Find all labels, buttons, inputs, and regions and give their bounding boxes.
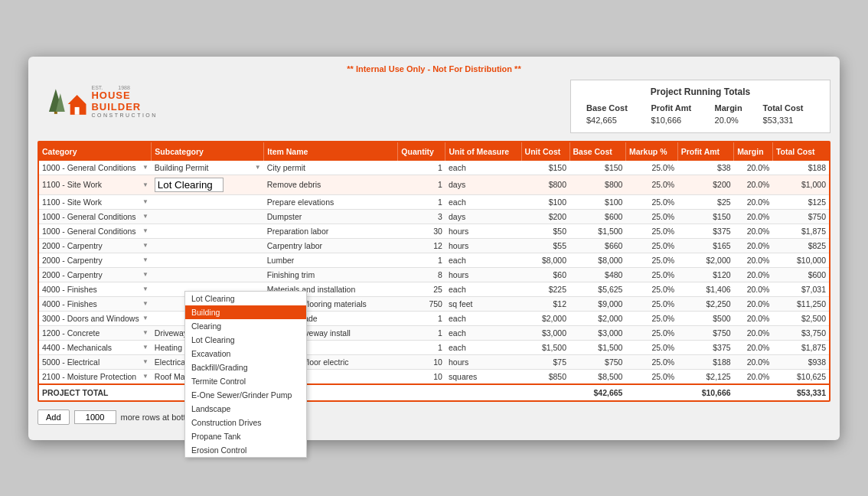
cell-base-cost: $5,625 (569, 282, 625, 296)
dropdown-arrow-icon[interactable]: ▼ (142, 315, 148, 321)
dropdown-arrow-icon[interactable]: ▼ (142, 300, 148, 307)
dropdown-item-landscape[interactable]: Landscape (185, 402, 306, 416)
table-row: 1200 - Concrete ▼ Driveway Labor/Materia… (39, 325, 829, 340)
dropdown-arrow-icon[interactable]: ▼ (255, 164, 261, 171)
th-total: Total Cost (772, 142, 829, 161)
cell-item: Lumber (264, 253, 398, 267)
cell-total: $188 (772, 161, 829, 175)
dropdown-item-lot-clearing[interactable]: Lot Clearing (185, 292, 306, 305)
dropdown-item-building[interactable]: Building (185, 305, 306, 319)
th-category: Category (39, 142, 152, 161)
cell-qty: 1 (398, 161, 445, 175)
cell-qty: 8 (398, 267, 445, 282)
dropdown-item-eone[interactable]: E-One Sewer/Grinder Pump (185, 388, 306, 402)
cell-profit: $2,000 (677, 253, 733, 267)
cell-total: $3,750 (772, 325, 829, 340)
cell-unit-cost: $800 (521, 175, 569, 194)
cell-uom: each (445, 161, 521, 175)
cell-subcategory: Building Permit ▼ (152, 161, 264, 175)
cell-uom: each (445, 340, 521, 354)
dropdown-arrow-icon[interactable]: ▼ (142, 198, 148, 205)
cell-unit-cost: $75 (521, 354, 569, 369)
cell-total: $938 (772, 354, 829, 369)
dropdown-arrow-icon[interactable]: ▼ (142, 181, 148, 188)
cell-category: 2100 - Moisture Protection ▼ (39, 369, 152, 384)
cell-total: $600 (772, 267, 829, 282)
main-table: Category Subcategory Item Name Quantity … (39, 142, 829, 400)
th-subcategory: Subcategory (152, 142, 264, 161)
table-row: 1000 - General Conditions ▼ Dumpster 3 d… (39, 209, 829, 224)
dropdown-item-termite[interactable]: Termite Control (185, 374, 306, 388)
cell-item: Remove debris (264, 175, 398, 194)
dropdown-arrow-icon[interactable]: ▼ (142, 227, 148, 234)
dropdown-arrow-icon[interactable]: ▼ (142, 213, 148, 220)
dropdown-item-propane[interactable]: Propane Tank (185, 429, 306, 443)
cell-qty: 30 (398, 224, 445, 238)
footer-label: PROJECT TOTAL (39, 384, 152, 400)
cell-item: Dumpster (264, 209, 398, 224)
dropdown-arrow-icon[interactable]: ▼ (142, 256, 148, 263)
cell-markup: 25.0% (625, 340, 677, 354)
cell-profit: $120 (677, 267, 733, 282)
dropdown-arrow-icon[interactable]: ▼ (142, 344, 148, 351)
footer-empty-uom (445, 384, 521, 400)
main-window: ** Internal Use Only - Not For Distribut… (28, 57, 840, 440)
main-table-container: Category Subcategory Item Name Quantity … (38, 141, 830, 402)
cell-qty: 750 (398, 296, 445, 311)
cell-total: $1,000 (772, 175, 829, 194)
cell-total: $10,000 (772, 253, 829, 267)
cell-qty: 25 (398, 282, 445, 296)
subcategory-dropdown[interactable]: Lot Clearing Building Clearing Lot Clear… (184, 291, 307, 458)
cell-uom: hours (445, 238, 521, 253)
cell-margin: 20.0% (734, 282, 773, 296)
dropdown-arrow-icon[interactable]: ▼ (142, 242, 148, 249)
internal-banner: ** Internal Use Only - Not For Distribut… (38, 64, 830, 73)
cell-markup: 25.0% (625, 369, 677, 384)
footer-empty-markup (625, 384, 677, 400)
dropdown-arrow-icon[interactable]: ▼ (142, 373, 148, 380)
cell-margin: 20.0% (734, 161, 773, 175)
dropdown-item-backfill[interactable]: Backfill/Grading (185, 361, 306, 374)
cell-subcategory-input[interactable] (152, 175, 264, 194)
cell-subcategory (152, 209, 264, 224)
dropdown-item-construction[interactable]: Construction Drives (185, 416, 306, 429)
cell-subcategory (152, 224, 264, 238)
subcategory-input[interactable] (155, 178, 224, 192)
bottom-bar: Add more rows at bottom. (38, 410, 830, 425)
cell-markup: 25.0% (625, 194, 677, 209)
cell-base-cost: $1,500 (569, 340, 625, 354)
cell-margin: 20.0% (734, 175, 773, 194)
dropdown-arrow-icon[interactable]: ▼ (142, 164, 148, 171)
cell-markup: 25.0% (625, 253, 677, 267)
dropdown-item-clearing[interactable]: Clearing (185, 319, 306, 333)
logo-icon (45, 83, 86, 121)
cell-base-cost: $150 (569, 161, 625, 175)
cell-profit: $2,125 (677, 369, 733, 384)
footer-empty-margin (734, 384, 773, 400)
dropdown-item-lot-clearing2[interactable]: Lot Clearing (185, 333, 306, 347)
cell-qty: 10 (398, 354, 445, 369)
dropdown-item-erosion[interactable]: Erosion Control (185, 443, 306, 457)
cell-category: 2000 - Carpentry ▼ (39, 253, 152, 267)
cell-profit: $500 (677, 311, 733, 325)
table-row: 2000 - Carpentry ▼ Lumber 1 each $8,000 … (39, 253, 829, 267)
add-rows-button[interactable]: Add (38, 410, 70, 425)
dropdown-item-excavation[interactable]: Excavation (185, 347, 306, 361)
cell-base-cost: $8,500 (569, 369, 625, 384)
cell-category: 1100 - Site Work ▼ (39, 175, 152, 194)
rt-header-total: Total Cost (757, 102, 821, 114)
cell-markup: 25.0% (625, 282, 677, 296)
dropdown-arrow-icon[interactable]: ▼ (142, 286, 148, 292)
cell-margin: 20.0% (734, 267, 773, 282)
cell-category: 4000 - Finishes ▼ (39, 282, 152, 296)
cell-qty: 1 (398, 194, 445, 209)
cell-margin: 20.0% (734, 354, 773, 369)
dropdown-arrow-icon[interactable]: ▼ (142, 358, 148, 365)
dropdown-arrow-icon[interactable]: ▼ (142, 271, 148, 278)
rows-count-input[interactable] (74, 410, 116, 424)
cell-base-cost: $600 (569, 209, 625, 224)
cell-profit: $200 (677, 175, 733, 194)
dropdown-arrow-icon[interactable]: ▼ (142, 329, 148, 336)
table-row: 4400 - Mechanicals ▼ Heating and A/C ▼ F… (39, 340, 829, 354)
cell-uom: days (445, 209, 521, 224)
